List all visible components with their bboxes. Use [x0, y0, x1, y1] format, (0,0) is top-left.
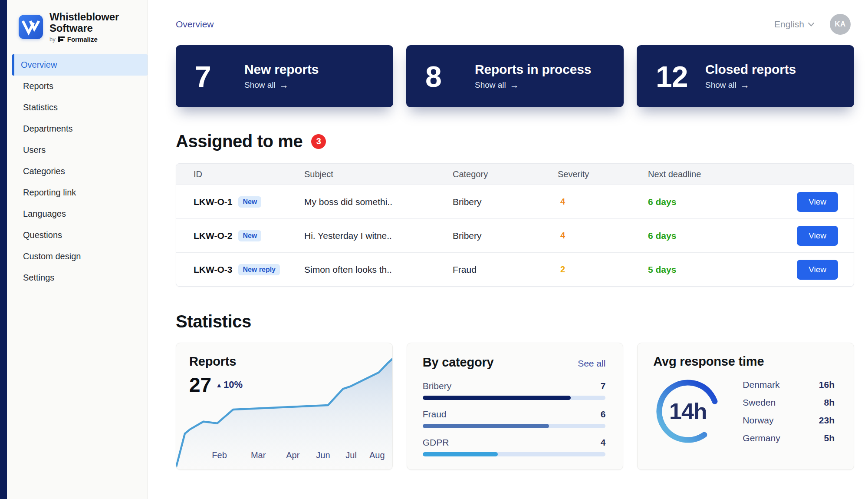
- col-header-id: ID: [194, 169, 304, 179]
- category-value: 7: [601, 381, 606, 391]
- avg-response-card: Avg response time: [637, 343, 854, 470]
- table-row[interactable]: LKW-O-2 New Hi. Yesterday I witne.. Brib…: [176, 218, 854, 252]
- sidebar-item-languages[interactable]: Languages: [12, 203, 148, 225]
- sidebar-item-questions[interactable]: Questions: [12, 225, 148, 246]
- by-category-card: By category See all Bribery 7: [407, 343, 624, 470]
- view-button[interactable]: View: [797, 226, 838, 246]
- brand: Whistleblower Software by Formalize: [7, 11, 148, 43]
- reports-card-title: Reports: [189, 354, 379, 369]
- sidebar-item-categories[interactable]: Categories: [12, 161, 148, 182]
- brand-text: Whistleblower Software by Formalize: [49, 11, 119, 43]
- stat-value: 12: [656, 59, 694, 93]
- deadline-cell: 6 days: [648, 197, 786, 207]
- see-all-link[interactable]: See all: [578, 358, 605, 369]
- assigned-title: Assigned to me: [176, 132, 302, 151]
- brand-byline: by Formalize: [49, 36, 119, 43]
- sidebar-item-departments[interactable]: Departments: [12, 118, 148, 139]
- col-header-subject: Subject: [304, 169, 453, 179]
- category-cell: Fraud: [453, 264, 558, 275]
- sidebar-item-statistics[interactable]: Statistics: [12, 97, 148, 118]
- x-axis-labels: Feb Mar Apr Jun Jul Aug: [176, 450, 392, 461]
- deadline-cell: 5 days: [648, 264, 786, 275]
- main-content: Overview English KA 7 New reports Show a…: [148, 0, 868, 499]
- country-label: Germany: [743, 433, 780, 443]
- country-label: Sweden: [743, 397, 776, 408]
- brand-name: Whistleblower Software: [49, 11, 119, 34]
- sidebar-nav: Overview Reports Statistics Departments …: [7, 54, 148, 288]
- view-button[interactable]: View: [797, 192, 838, 212]
- table-row[interactable]: LKW-O-3 New reply Simon often looks th..…: [176, 252, 854, 286]
- show-all-link[interactable]: Show all→: [475, 80, 591, 90]
- sidebar-item-settings[interactable]: Settings: [12, 267, 148, 288]
- arrow-right-icon: →: [510, 80, 519, 90]
- avg-response-title: Avg response time: [653, 354, 837, 369]
- subject-cell: Simon often looks th..: [304, 264, 453, 275]
- subject-cell: My boss did somethi..: [304, 197, 453, 207]
- topbar: Overview English KA: [176, 0, 854, 35]
- stat-title: Reports in process: [475, 62, 591, 77]
- avatar[interactable]: KA: [830, 14, 851, 35]
- assigned-count-badge: 3: [311, 134, 326, 149]
- show-all-link[interactable]: Show all→: [705, 80, 796, 90]
- category-bar-row: Fraud 6: [423, 409, 606, 428]
- bar-track: [423, 424, 606, 428]
- severity-cell: 2: [558, 264, 648, 274]
- sidebar-item-overview[interactable]: Overview: [12, 54, 148, 76]
- country-value: 23h: [819, 415, 835, 426]
- bar-fill: [423, 452, 498, 456]
- sidebar: Whistleblower Software by Formalize Over…: [7, 0, 148, 499]
- breadcrumb: Overview: [176, 19, 214, 30]
- category-bar-row: Bribery 7: [423, 381, 606, 400]
- sidebar-item-custom-design[interactable]: Custom design: [12, 246, 148, 267]
- country-row: Sweden 8h: [743, 393, 835, 411]
- col-header-category: Category: [453, 169, 558, 179]
- x-tick: Jun: [316, 450, 330, 460]
- stat-card-closed[interactable]: 12 Closed reports Show all→: [637, 45, 854, 107]
- category-label: Fraud: [423, 409, 447, 420]
- sidebar-item-reporting-link[interactable]: Reporting link: [12, 182, 148, 203]
- language-selector[interactable]: English: [774, 19, 814, 30]
- col-header-deadline: Next deadline: [648, 169, 786, 179]
- language-label: English: [774, 19, 804, 30]
- brand-logo-icon: [19, 15, 43, 39]
- reports-delta: ▲ 10%: [216, 379, 243, 390]
- stat-title: Closed reports: [705, 62, 796, 77]
- category-label: Bribery: [423, 381, 452, 391]
- arrow-right-icon: →: [740, 80, 750, 90]
- show-all-link[interactable]: Show all→: [244, 80, 319, 90]
- avg-response-list: Denmark 16h Sweden 8h Norway 23h: [743, 376, 835, 447]
- sidebar-item-users[interactable]: Users: [12, 139, 148, 161]
- report-id-cell: LKW-O-2 New: [194, 230, 304, 241]
- country-value: 5h: [824, 433, 835, 443]
- country-label: Denmark: [743, 380, 779, 390]
- table-row[interactable]: LKW-O-1 New My boss did somethi.. Briber…: [176, 185, 854, 218]
- category-cell: Bribery: [453, 197, 558, 207]
- x-tick: Mar: [251, 450, 266, 460]
- country-row: Norway 23h: [743, 411, 835, 429]
- subject-cell: Hi. Yesterday I witne..: [304, 231, 453, 241]
- stat-cards: 7 New reports Show all→ 8 Reports in pro…: [176, 45, 854, 107]
- severity-cell: 4: [558, 197, 648, 207]
- category-bar-row: GDPR 4: [423, 437, 606, 456]
- statistics-cards: Reports 27 ▲ 10% Feb Mar Apr Jun Jul: [176, 343, 854, 470]
- bar-track: [423, 396, 606, 400]
- status-badge: New: [238, 196, 261, 208]
- left-edge-strip: [0, 0, 7, 499]
- stat-card-in-process[interactable]: 8 Reports in process Show all→: [406, 45, 624, 107]
- chevron-down-icon: [808, 23, 814, 26]
- by-category-title: By category: [423, 355, 494, 370]
- country-label: Norway: [743, 415, 773, 426]
- country-value: 16h: [819, 380, 835, 390]
- topbar-right: English KA: [774, 14, 854, 35]
- bar-track: [423, 452, 606, 456]
- deadline-cell: 6 days: [648, 231, 786, 241]
- report-id-cell: LKW-O-3 New reply: [194, 264, 304, 275]
- category-value: 4: [601, 437, 606, 448]
- reports-total: 27: [189, 373, 211, 397]
- stat-card-new-reports[interactable]: 7 New reports Show all→: [176, 45, 393, 107]
- avg-response-center-value: 14h: [653, 377, 723, 446]
- view-button[interactable]: View: [797, 260, 838, 280]
- bar-fill: [423, 424, 549, 428]
- col-header-severity: Severity: [558, 169, 648, 179]
- sidebar-item-reports[interactable]: Reports: [12, 76, 148, 97]
